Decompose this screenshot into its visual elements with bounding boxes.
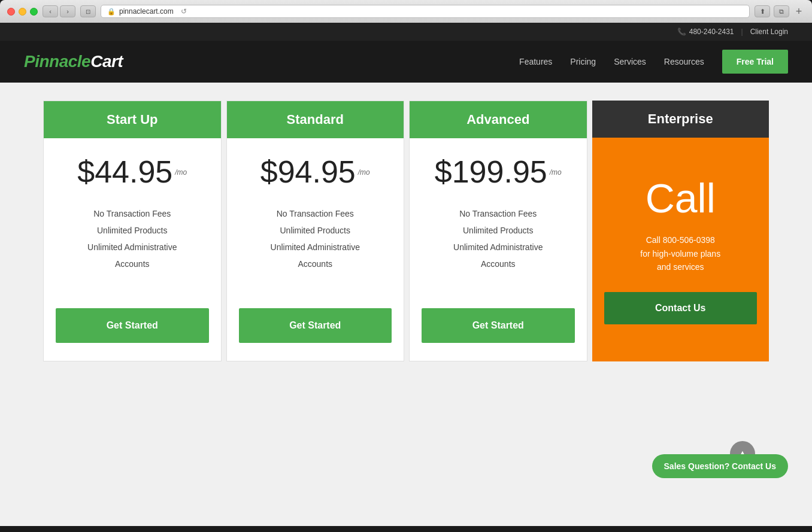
advanced-price-container: $199.95 /mo bbox=[435, 156, 562, 187]
minimize-button[interactable] bbox=[19, 8, 26, 16]
advanced-plan-body: $199.95 /mo No Transaction Fees Unlimite… bbox=[410, 138, 587, 308]
nav-links: Features Pricing Services Resources Free… bbox=[519, 50, 788, 74]
website: 📞 480-240-2431 | Client Login Pinnacle C… bbox=[0, 23, 812, 526]
startup-plan-header: Start Up bbox=[44, 101, 221, 138]
nav-resources[interactable]: Resources bbox=[664, 57, 704, 66]
new-tab-button[interactable]: + bbox=[793, 5, 805, 17]
standard-price-container: $94.95 /mo bbox=[260, 156, 370, 187]
phone-icon: 📞 bbox=[677, 28, 686, 36]
forward-button[interactable]: › bbox=[60, 5, 75, 17]
top-bar: 📞 480-240-2431 | Client Login bbox=[0, 23, 812, 41]
enterprise-phone: 800-506-0398 bbox=[663, 235, 715, 245]
advanced-plan-header: Advanced bbox=[410, 101, 587, 138]
startup-features: No Transaction Fees Unlimited Products U… bbox=[87, 205, 177, 272]
nav-features[interactable]: Features bbox=[519, 57, 552, 66]
url-text: pinnaclecart.com bbox=[119, 7, 174, 16]
standard-plan-footer: Get Started bbox=[227, 308, 404, 361]
standard-plan-card: Standard $94.95 /mo No Transaction Fees … bbox=[226, 101, 405, 361]
advanced-get-started-button[interactable]: Get Started bbox=[422, 308, 575, 343]
main-nav: Pinnacle Cart Features Pricing Services … bbox=[0, 41, 812, 83]
startup-price: $44.95 bbox=[77, 156, 172, 187]
address-bar[interactable]: 🔒 pinnaclecart.com ↺ bbox=[101, 5, 750, 18]
window-button[interactable]: ⊡ bbox=[80, 5, 96, 17]
advanced-plan-footer: Get Started bbox=[410, 308, 587, 361]
enterprise-plan-body: Call Call 800-506-0398 for high-volume p… bbox=[592, 138, 769, 361]
client-login-link[interactable]: Client Login bbox=[750, 28, 788, 36]
pricing-grid: Start Up $44.95 /mo No Transaction Fees … bbox=[41, 101, 771, 361]
standard-plan-header: Standard bbox=[227, 101, 404, 138]
divider: | bbox=[741, 28, 743, 36]
contact-us-button[interactable]: Contact Us bbox=[604, 292, 758, 324]
maximize-button[interactable] bbox=[30, 8, 38, 16]
sales-contact-bar[interactable]: Sales Question? Contact Us bbox=[652, 454, 788, 478]
enterprise-description: Call 800-506-0398 for high-volume plansa… bbox=[640, 233, 720, 273]
advanced-plan-card: Advanced $199.95 /mo No Transaction Fees… bbox=[409, 101, 587, 361]
browser-chrome: ‹ › ⊡ 🔒 pinnaclecart.com ↺ ⬆ ⧉ + bbox=[0, 0, 812, 23]
standard-get-started-button[interactable]: Get Started bbox=[239, 308, 392, 343]
refresh-icon[interactable]: ↺ bbox=[181, 7, 187, 16]
logo[interactable]: Pinnacle Cart bbox=[24, 52, 123, 71]
free-trial-button[interactable]: Free Trial bbox=[722, 50, 788, 74]
share-button[interactable]: ⬆ bbox=[755, 5, 770, 17]
startup-period: /mo bbox=[175, 168, 187, 177]
logo-pinnacle: Pinnacle bbox=[24, 52, 90, 71]
advanced-period: /mo bbox=[550, 168, 562, 177]
back-button[interactable]: ‹ bbox=[43, 5, 58, 17]
close-button[interactable] bbox=[7, 8, 15, 16]
enterprise-call-label: Call bbox=[646, 175, 716, 221]
startup-plan-card: Start Up $44.95 /mo No Transaction Fees … bbox=[43, 101, 222, 361]
standard-price: $94.95 bbox=[260, 156, 356, 187]
startup-price-container: $44.95 /mo bbox=[77, 156, 187, 187]
standard-features: No Transaction Fees Unlimited Products U… bbox=[271, 205, 360, 272]
advanced-features: No Transaction Fees Unlimited Products U… bbox=[453, 205, 543, 272]
standard-plan-body: $94.95 /mo No Transaction Fees Unlimited… bbox=[227, 138, 404, 308]
phone-number: 📞 480-240-2431 bbox=[677, 28, 734, 36]
logo-cart: Cart bbox=[90, 52, 123, 71]
phone-text: 480-240-2431 bbox=[689, 28, 734, 36]
enterprise-plan-card: Enterprise Call Call 800-506-0398 for hi… bbox=[592, 101, 769, 361]
lock-icon: 🔒 bbox=[107, 8, 116, 16]
enterprise-plan-header: Enterprise bbox=[592, 101, 769, 138]
nav-services[interactable]: Services bbox=[614, 57, 646, 66]
startup-get-started-button[interactable]: Get Started bbox=[56, 308, 209, 343]
tabs-button[interactable]: ⧉ bbox=[774, 5, 789, 17]
traffic-lights bbox=[7, 8, 38, 16]
standard-period: /mo bbox=[358, 168, 370, 177]
nav-pricing[interactable]: Pricing bbox=[570, 57, 596, 66]
startup-plan-body: $44.95 /mo No Transaction Fees Unlimited… bbox=[44, 138, 221, 308]
advanced-price: $199.95 bbox=[435, 156, 547, 187]
startup-plan-footer: Get Started bbox=[44, 308, 221, 361]
